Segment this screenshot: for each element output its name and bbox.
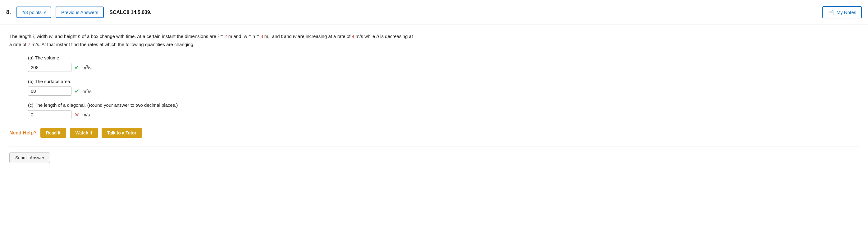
part-b-answer-row: ✔ m2/s xyxy=(28,86,859,96)
document-icon: 📄 xyxy=(828,9,834,15)
problem-id: SCALC8 14.5.039. xyxy=(110,10,151,15)
incorrect-icon-c: ✕ xyxy=(74,111,79,118)
l-value: 2 xyxy=(224,34,227,39)
part-b-unit: m2/s xyxy=(82,88,92,94)
part-a-unit: m3/s xyxy=(82,65,92,70)
h-value: 8 xyxy=(260,34,263,39)
content-area: The length ℓ, width w, and height h of a… xyxy=(0,25,868,170)
part-c: (c) The length of a diagonal. (Round you… xyxy=(28,102,859,119)
my-notes-button[interactable]: 📄 My Notes xyxy=(822,6,862,18)
part-b-input[interactable] xyxy=(28,86,71,96)
part-a-label: (a) The volume. xyxy=(28,55,859,60)
correct-icon-a: ✔ xyxy=(74,64,79,71)
part-c-label: (c) The length of a diagonal. (Round you… xyxy=(28,102,859,108)
my-notes-label: My Notes xyxy=(837,10,856,15)
watch-it-button[interactable]: Watch It xyxy=(70,128,98,138)
read-it-button[interactable]: Read It xyxy=(40,128,66,138)
need-help-row: Need Help? Read It Watch It Talk to a Tu… xyxy=(9,128,859,138)
part-b-label: (b) The surface area. xyxy=(28,79,859,84)
problem-text: The length ℓ, width w, and height h of a… xyxy=(9,32,859,48)
talk-to-tutor-button[interactable]: Talk to a Tutor xyxy=(101,128,142,138)
submit-area: Submit Answer xyxy=(9,146,859,163)
rate1-value: 4 xyxy=(352,34,354,39)
question-number: 8. xyxy=(6,9,11,16)
part-b: (b) The surface area. ✔ m2/s xyxy=(28,79,859,96)
correct-icon-b: ✔ xyxy=(74,88,79,94)
previous-answers-button[interactable]: Previous Answers xyxy=(56,6,104,18)
part-a-input[interactable] xyxy=(28,63,71,72)
part-c-unit: m/s xyxy=(82,112,90,117)
need-help-label: Need Help? xyxy=(9,130,37,136)
part-a-answer-row: ✔ m3/s xyxy=(28,63,859,72)
top-bar: 8. 2/3 points ∨ Previous Answers SCALC8 … xyxy=(0,0,868,25)
submit-answer-button[interactable]: Submit Answer xyxy=(9,153,50,163)
part-c-answer-row: ✕ m/s xyxy=(28,110,859,119)
chevron-down-icon: ∨ xyxy=(43,10,46,15)
part-c-input[interactable] xyxy=(28,110,71,119)
points-button[interactable]: 2/3 points ∨ xyxy=(17,6,51,18)
points-label: 2/3 points xyxy=(22,10,42,15)
rate2-value: 7 xyxy=(28,42,30,47)
part-a: (a) The volume. ✔ m3/s xyxy=(28,55,859,72)
